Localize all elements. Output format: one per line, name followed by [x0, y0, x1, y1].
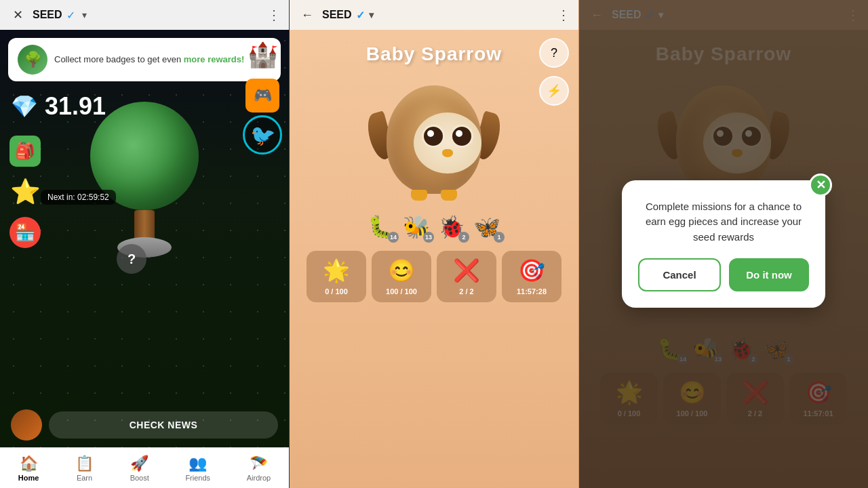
panel2-verified-icon: ✓: [356, 9, 365, 22]
mission-emoji-2: 😊: [388, 258, 415, 283]
bird-title: Baby Sparrow: [290, 43, 578, 65]
nav-airdrop[interactable]: 🪂 Airdrop: [241, 452, 276, 485]
nav-earn[interactable]: 📋 Earn: [70, 452, 99, 485]
gem-value: 31.91: [45, 92, 106, 121]
mission-progress-2: 100 / 100: [386, 287, 417, 296]
owl-eye-left: [422, 125, 445, 148]
mission-card-1[interactable]: 🌟 0 / 100: [307, 251, 366, 302]
badge-tree-icon: 🌳: [18, 45, 47, 75]
mission-card-4[interactable]: 🎯 11:57:28: [502, 251, 561, 302]
gem-icon: 💎: [11, 94, 38, 119]
menu-icon[interactable]: ⋮: [267, 7, 281, 23]
header-title-area: SEED ✓ ▾: [33, 9, 267, 22]
owl-face: [414, 113, 481, 174]
panel2-chevron-icon[interactable]: ▾: [369, 9, 374, 20]
bug-count-4: 1: [494, 232, 505, 243]
badge-text: Collect more badges to get even more rew…: [54, 54, 244, 66]
mission-emoji-3: ❌: [453, 258, 480, 283]
chevron-down-icon[interactable]: ▾: [82, 9, 87, 20]
bug-item-1: 🐛 14: [368, 214, 395, 240]
panel2-header: ← SEED ✓ ▾ ⋮: [290, 0, 578, 30]
bottom-nav: 🏠 Home 📋 Earn 🚀 Boost 👥 Friends 🪂 Airdro…: [0, 447, 289, 488]
shop-icon[interactable]: 🏪: [9, 217, 41, 248]
mission-progress-1: 0 / 100: [325, 287, 348, 296]
friends-icon: 👥: [189, 455, 207, 472]
bug-item-3: 🐞 2: [438, 214, 465, 240]
nav-friends-label: Friends: [185, 474, 210, 482]
nav-airdrop-label: Airdrop: [247, 474, 271, 482]
bug-item-4: 🦋 1: [473, 214, 500, 240]
earn-icon: 📋: [75, 455, 94, 472]
check-news-area: CHECK NEWS: [11, 409, 278, 441]
verified-icon: ✓: [66, 9, 75, 22]
timer-label: Next in:: [47, 192, 75, 202]
bug-count-2: 13: [423, 232, 434, 243]
question-help-button[interactable]: ?: [539, 38, 569, 68]
owl-foot-left: [411, 190, 427, 201]
panel-home: ✕ SEED ✓ ▾ ⋮ 🌳 Collect more badges to ge…: [0, 0, 290, 488]
panel2-app-title: SEED: [322, 9, 352, 21]
panel2-title-area: SEED ✓ ▾: [322, 9, 557, 22]
owl-eye-right: [450, 125, 473, 148]
star-icon: ⭐: [9, 176, 41, 207]
side-icons-left: 🎒 ⭐ 🏪: [9, 136, 41, 248]
panel-dialog: ← SEED ✓ ▾ ⋮ Baby Sparrow: [579, 0, 868, 488]
panel-baby-sparrow: ← SEED ✓ ▾ ⋮ Baby Sparrow ? ⚡: [290, 0, 579, 488]
airdrop-icon: 🪂: [250, 455, 268, 472]
panel2-menu-icon[interactable]: ⋮: [557, 7, 570, 23]
owl-feet: [411, 190, 457, 201]
gamepad-icon[interactable]: 🎮: [245, 79, 279, 113]
mission-emoji-1: 🌟: [323, 258, 350, 283]
badge-text-main: Collect more badges to get even: [54, 54, 184, 64]
top-right-icons: 🏰 🎮: [245, 38, 279, 113]
question-bubble[interactable]: ?: [117, 244, 146, 274]
timer-value: 02:59:52: [77, 192, 109, 202]
mission-progress-3: 2 / 2: [459, 287, 473, 296]
badge-link[interactable]: more rewards!: [184, 54, 245, 64]
missions-row: 🌟 0 / 100 😊 100 / 100 ❌ 2 / 2 🎯 11:57:28: [290, 251, 578, 302]
dialog-buttons: Cancel Do it now: [638, 258, 809, 291]
gem-score: 💎 31.91: [11, 92, 281, 121]
mission-card-3[interactable]: ❌ 2 / 2: [437, 251, 496, 302]
owl-image: [373, 72, 495, 201]
nav-home[interactable]: 🏠 Home: [13, 452, 45, 485]
cancel-button[interactable]: Cancel: [638, 258, 721, 291]
news-avatar: [11, 409, 42, 441]
panel1-header: ✕ SEED ✓ ▾ ⋮: [0, 0, 289, 30]
nav-earn-label: Earn: [77, 474, 92, 482]
owl-beak: [442, 149, 453, 157]
timer-badge: Next in: 02:59:52: [41, 190, 116, 205]
dialog-text: Complete missions for a chance to earn e…: [638, 199, 809, 245]
do-it-now-button[interactable]: Do it now: [729, 258, 809, 291]
mission-progress-4: 11:57:28: [517, 287, 547, 296]
bird-image-area: [290, 72, 578, 201]
app-title: SEED: [33, 9, 62, 21]
dialog-box: ✕ Complete missions for a chance to earn…: [622, 180, 825, 308]
dialog-close-button[interactable]: ✕: [809, 174, 832, 197]
bug-count-3: 2: [458, 232, 469, 243]
home-icon: 🏠: [20, 455, 38, 472]
nav-boost[interactable]: 🚀 Boost: [125, 452, 155, 485]
bugs-row: 🐛 14 🐝 13 🐞 2 🦋 1: [290, 214, 578, 240]
castle-icon[interactable]: 🏰: [245, 38, 279, 72]
mission-card-2[interactable]: 😊 100 / 100: [372, 251, 431, 302]
close-button[interactable]: ✕: [8, 5, 27, 24]
nav-home-label: Home: [18, 474, 39, 482]
back-button-p2[interactable]: ←: [298, 5, 317, 24]
boost-icon: 🚀: [130, 455, 149, 472]
backpack-icon[interactable]: 🎒: [9, 136, 41, 167]
check-news-button[interactable]: CHECK NEWS: [49, 411, 278, 439]
owl-body: [387, 85, 481, 194]
bug-count-1: 14: [388, 232, 399, 243]
bug-item-2: 🐝 13: [403, 214, 430, 240]
badge-banner: 🌳 Collect more badges to get even more r…: [8, 38, 281, 81]
dialog-overlay: ✕ Complete missions for a chance to earn…: [579, 0, 868, 488]
nav-friends[interactable]: 👥 Friends: [180, 452, 216, 485]
owl-foot-right: [441, 190, 457, 201]
nav-boost-label: Boost: [130, 474, 149, 482]
mission-emoji-4: 🎯: [518, 258, 545, 283]
